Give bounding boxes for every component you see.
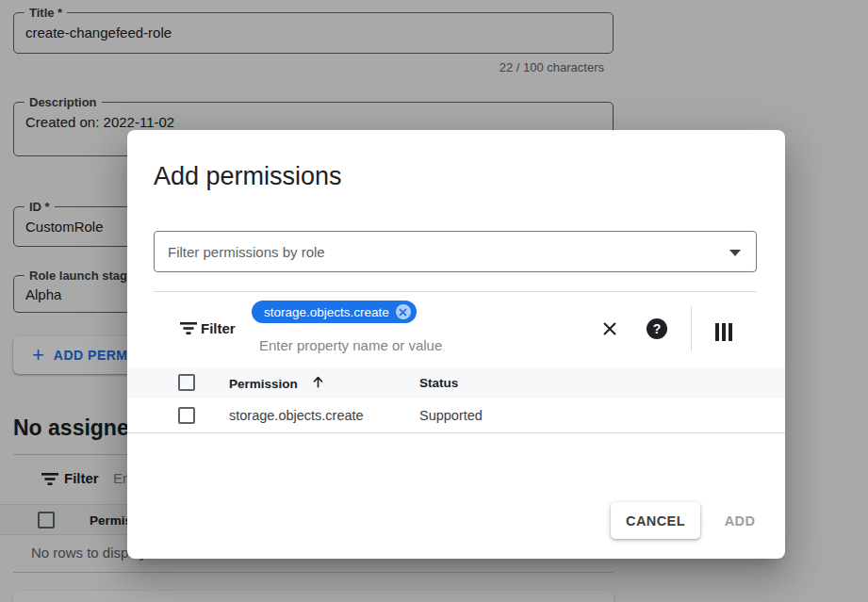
help-icon[interactable]: ? — [644, 316, 670, 342]
cell-status: Supported — [419, 408, 483, 423]
filter-icon — [180, 321, 197, 339]
divider — [154, 291, 757, 292]
column-header-permission[interactable]: Permission — [229, 376, 325, 392]
filter-chip[interactable]: storage.objects.create — [252, 301, 417, 323]
cell-permission: storage.objects.create — [229, 408, 364, 423]
help-glyph: ? — [647, 318, 667, 339]
add-permissions-dialog: Add permissions Filter permissions by ro… — [127, 130, 785, 559]
dialog-filter-label: Filter — [201, 320, 236, 336]
divider — [691, 306, 692, 351]
dialog-filter-input[interactable]: Enter property name or value — [259, 337, 442, 353]
role-select-value: Filter permissions by role — [168, 244, 325, 260]
clear-filter-icon[interactable] — [597, 316, 623, 342]
dialog-table-header: Permission Status — [127, 367, 785, 399]
select-all-checkbox[interactable] — [178, 374, 195, 391]
table-row[interactable]: storage.objects.create Supported — [127, 399, 785, 433]
chip-close-icon[interactable] — [396, 304, 411, 319]
row-checkbox[interactable] — [178, 407, 195, 424]
column-header-status: Status — [419, 376, 458, 390]
column-display-icon[interactable] — [711, 318, 737, 345]
filter-chip-text: storage.objects.create — [264, 305, 389, 319]
filter-permissions-by-role-select[interactable]: Filter permissions by role — [154, 231, 757, 272]
caret-down-icon — [729, 250, 741, 256]
dialog-title: Add permissions — [154, 162, 342, 191]
cancel-button[interactable]: CANCEL — [611, 502, 700, 539]
column-permission-label: Permission — [229, 377, 298, 391]
create-role-page: Title * create-changefeed-role 22 / 100 … — [0, 0, 868, 602]
add-button[interactable]: ADD — [713, 502, 766, 539]
sort-ascending-icon — [311, 374, 325, 392]
